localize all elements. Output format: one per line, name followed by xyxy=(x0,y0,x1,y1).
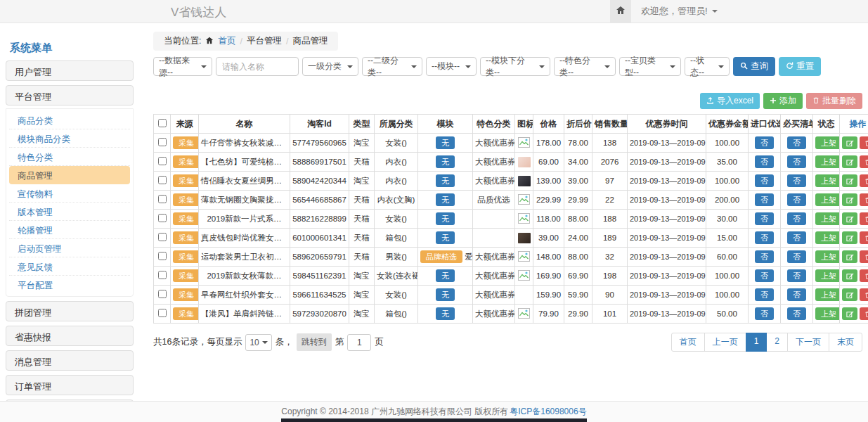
imported-badge[interactable]: 否 xyxy=(755,307,774,320)
sidebar-item-0[interactable]: 商品分类 xyxy=(9,111,130,129)
must-buy-badge[interactable]: 否 xyxy=(787,212,806,225)
status-badge[interactable]: 上架 xyxy=(815,155,840,168)
delete-button[interactable] xyxy=(860,174,868,187)
imported-badge[interactable]: 否 xyxy=(755,288,774,301)
row-checkbox[interactable] xyxy=(158,214,167,222)
sidebar-item-9[interactable]: 平台配置 xyxy=(9,276,130,294)
delete-button[interactable] xyxy=(860,231,868,244)
sidebar-group-bottom-3[interactable]: 订单管理 xyxy=(6,375,134,395)
row-checkbox[interactable] xyxy=(158,176,167,184)
status-badge[interactable]: 上架 xyxy=(815,231,840,244)
edit-button[interactable] xyxy=(842,155,857,168)
sidebar-item-6[interactable]: 轮播管理 xyxy=(9,221,130,239)
row-checkbox[interactable] xyxy=(158,195,167,203)
edit-button[interactable] xyxy=(842,136,857,149)
level1-category-select[interactable]: 一级分类 xyxy=(302,57,358,76)
import-excel-button[interactable]: 导入excel xyxy=(700,93,760,109)
status-badge[interactable]: 上架 xyxy=(815,174,840,187)
sidebar-item-8[interactable]: 意见反馈 xyxy=(9,257,130,276)
row-checkbox[interactable] xyxy=(158,271,167,279)
page-button-2[interactable]: 1 xyxy=(746,333,767,352)
status-badge[interactable]: 上架 xyxy=(815,269,840,282)
edit-button[interactable] xyxy=(842,288,857,301)
edit-button[interactable] xyxy=(842,231,857,244)
status-badge[interactable]: 上架 xyxy=(815,288,840,301)
item-type-select[interactable]: --宝贝类型-- xyxy=(619,57,681,76)
sidebar-item-4[interactable]: 宣传物料 xyxy=(9,184,130,203)
page-button-3[interactable]: 2 xyxy=(766,333,788,352)
delete-button[interactable] xyxy=(860,155,868,168)
edit-button[interactable] xyxy=(842,193,857,206)
row-checkbox[interactable] xyxy=(158,290,167,298)
edit-button[interactable] xyxy=(842,250,857,263)
status-badge[interactable]: 上架 xyxy=(815,212,840,225)
imported-badge[interactable]: 否 xyxy=(755,269,774,282)
module-subcategory-select[interactable]: --模块下分类-- xyxy=(480,57,550,76)
sidebar-group-platform[interactable]: 平台管理 xyxy=(6,85,134,106)
jump-page-input[interactable] xyxy=(347,334,371,351)
add-button[interactable]: 添加 xyxy=(763,93,803,109)
reset-button[interactable]: 重置 xyxy=(779,57,821,76)
page-button-5[interactable]: 末页 xyxy=(829,333,862,352)
must-buy-badge[interactable]: 否 xyxy=(787,174,806,187)
search-button[interactable]: 查询 xyxy=(733,57,775,76)
page-size-select[interactable]: 10 xyxy=(245,334,271,351)
imported-badge[interactable]: 否 xyxy=(755,174,774,187)
delete-button[interactable] xyxy=(860,269,868,282)
user-menu[interactable]: 欢迎您，管理员! xyxy=(631,5,727,18)
row-checkbox[interactable] xyxy=(158,138,167,146)
row-checkbox[interactable] xyxy=(158,252,167,260)
imported-badge[interactable]: 否 xyxy=(755,212,774,225)
imported-badge[interactable]: 否 xyxy=(755,231,774,244)
level2-category-select[interactable]: --二级分类-- xyxy=(362,57,422,76)
delete-button[interactable] xyxy=(860,250,868,263)
status-badge[interactable]: 上架 xyxy=(815,307,840,320)
batch-delete-button[interactable]: 批量删除 xyxy=(806,93,862,109)
edit-button[interactable] xyxy=(842,212,857,225)
imported-badge[interactable]: 否 xyxy=(755,136,774,149)
must-buy-badge[interactable]: 否 xyxy=(787,250,806,263)
select-all-checkbox[interactable] xyxy=(158,119,167,127)
must-buy-badge[interactable]: 否 xyxy=(787,269,806,282)
breadcrumb-link-home[interactable]: 首页 xyxy=(218,35,235,47)
status-badge[interactable]: 上架 xyxy=(815,250,840,263)
must-buy-badge[interactable]: 否 xyxy=(787,193,806,206)
must-buy-badge[interactable]: 否 xyxy=(787,231,806,244)
bottom-scrollbar[interactable] xyxy=(281,418,587,422)
delete-button[interactable] xyxy=(860,307,868,320)
edit-button[interactable] xyxy=(842,307,857,320)
status-select[interactable]: --状态-- xyxy=(685,57,730,76)
home-button[interactable] xyxy=(610,0,631,23)
row-checkbox[interactable] xyxy=(158,157,167,165)
must-buy-badge[interactable]: 否 xyxy=(787,155,806,168)
delete-button[interactable] xyxy=(860,288,868,301)
sidebar-group-bottom-0[interactable]: 拼团管理 xyxy=(6,301,134,321)
must-buy-badge[interactable]: 否 xyxy=(787,307,806,320)
feature-category-select[interactable]: --特色分类-- xyxy=(554,57,616,76)
sidebar-item-5[interactable]: 版本管理 xyxy=(9,203,130,221)
sidebar-item-2[interactable]: 特色分类 xyxy=(9,148,130,166)
sidebar-group-users[interactable]: 用户管理 xyxy=(6,60,134,81)
sidebar-item-7[interactable]: 启动页管理 xyxy=(9,239,130,257)
module-select[interactable]: --模块-- xyxy=(426,57,477,76)
page-button-4[interactable]: 下一页 xyxy=(787,333,829,352)
edit-button[interactable] xyxy=(842,174,857,187)
page-button-0[interactable]: 首页 xyxy=(671,333,705,352)
row-checkbox[interactable] xyxy=(158,233,167,241)
row-checkbox[interactable] xyxy=(158,309,167,317)
sidebar-group-bottom-1[interactable]: 省惠快报 xyxy=(6,326,134,346)
imported-badge[interactable]: 否 xyxy=(755,155,774,168)
icp-link[interactable]: 粤ICP备16098006号 xyxy=(510,406,586,418)
status-badge[interactable]: 上架 xyxy=(815,136,840,149)
imported-badge[interactable]: 否 xyxy=(755,250,774,263)
sidebar-item-1[interactable]: 模块商品分类 xyxy=(9,129,130,148)
edit-button[interactable] xyxy=(842,269,857,282)
must-buy-badge[interactable]: 否 xyxy=(787,136,806,149)
name-input[interactable] xyxy=(216,57,299,76)
must-buy-badge[interactable]: 否 xyxy=(787,288,806,301)
delete-button[interactable] xyxy=(860,212,868,225)
sidebar-group-bottom-2[interactable]: 消息管理 xyxy=(6,350,134,371)
status-badge[interactable]: 上架 xyxy=(815,193,840,206)
data-source-select[interactable]: --数据来源-- xyxy=(153,57,212,76)
page-button-1[interactable]: 上一页 xyxy=(704,333,746,352)
